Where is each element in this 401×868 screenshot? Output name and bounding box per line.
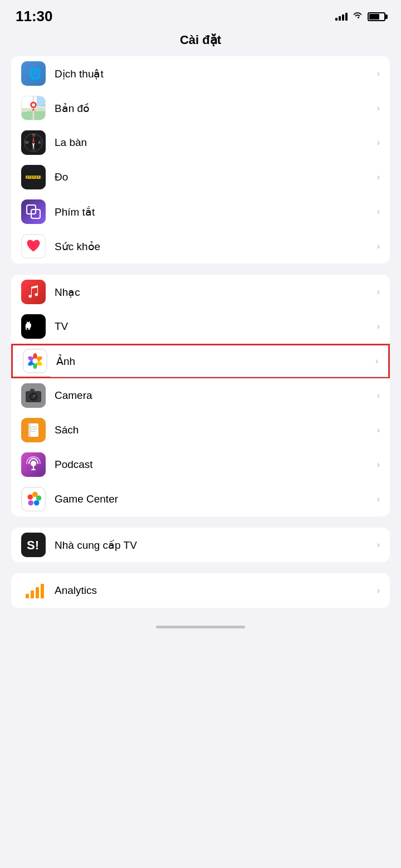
row-label-la-ban: La bàn (55, 136, 377, 149)
app-icon-anh (23, 349, 47, 373)
svg-point-40 (32, 358, 38, 364)
status-time: 11:30 (16, 8, 53, 25)
svg-point-59 (28, 494, 33, 500)
svg-rect-46 (30, 389, 35, 392)
row-label-camera: Camera (55, 389, 377, 402)
nav-title: Cài đặt (0, 30, 401, 56)
row-label-ban-do: Bản đồ (55, 102, 377, 115)
svg-rect-30 (21, 280, 46, 304)
settings-group-3: S! Nhà cung cấp TV › (11, 528, 390, 562)
battery-icon (368, 12, 385, 21)
svg-point-7 (32, 103, 35, 106)
app-icon-nha-cung-cap: S! (21, 533, 46, 557)
svg-point-61 (36, 495, 42, 501)
row-label-podcast: Podcast (55, 459, 377, 471)
chevron-icon-la-ban: › (377, 138, 380, 148)
chevron-icon-nha-cung-cap: › (377, 540, 380, 550)
svg-rect-58 (22, 487, 45, 511)
chevron-icon-phim-tat: › (377, 207, 380, 217)
app-icon-la-ban: N S W E (21, 130, 46, 155)
chevron-icon-anh: › (375, 356, 378, 366)
chevron-icon-sach: › (377, 425, 380, 435)
app-icon-analytics (21, 578, 46, 603)
list-item-ban-do[interactable]: Bản đồ › (11, 91, 390, 125)
list-item-sach[interactable]: Sách › (11, 413, 390, 447)
chevron-icon-dich-thuat: › (377, 69, 380, 79)
chevron-icon-game-center: › (377, 494, 380, 504)
svg-rect-67 (31, 591, 34, 598)
chevron-icon-suc-khoe: › (377, 241, 380, 251)
row-label-dich-thuat: Dịch thuật (55, 67, 377, 80)
svg-text:S!: S! (27, 538, 39, 552)
settings-group-1: 🌐 Dịch thuật › Bản đồ (11, 56, 390, 264)
page-title: Cài đặt (180, 33, 221, 47)
app-icon-ban-do (21, 96, 46, 120)
row-label-suc-khoe: Sức khỏe (55, 240, 377, 253)
list-item-camera[interactable]: Camera › (11, 378, 390, 413)
chevron-icon-nhac: › (377, 287, 380, 297)
svg-rect-18 (26, 175, 41, 179)
app-icon-phim-tat (21, 199, 46, 224)
app-icon-tv: tv (21, 314, 46, 339)
wifi-icon (352, 11, 363, 22)
list-item-nha-cung-cap[interactable]: S! Nhà cung cấp TV › (11, 528, 390, 562)
svg-rect-8 (37, 96, 45, 106)
svg-rect-66 (26, 594, 29, 598)
chevron-icon-camera: › (377, 391, 380, 401)
row-label-nha-cung-cap: Nhà cung cấp TV (55, 539, 377, 552)
chevron-icon-do: › (377, 172, 380, 182)
row-label-nhac: Nhạc (55, 286, 377, 299)
svg-rect-69 (41, 584, 44, 598)
svg-point-62 (34, 500, 40, 506)
app-icon-camera (21, 383, 46, 408)
home-bar (156, 626, 245, 628)
svg-point-47 (34, 395, 36, 397)
app-icon-podcast (21, 452, 46, 477)
row-label-sach: Sách (55, 424, 377, 436)
row-label-game-center: Game Center (55, 493, 377, 505)
home-indicator (0, 619, 401, 633)
app-icon-sach (21, 418, 46, 442)
app-icon-game-center (21, 487, 46, 511)
row-label-tv: TV (55, 320, 377, 333)
app-icon-dich-thuat: 🌐 (21, 61, 46, 86)
list-item-phim-tat[interactable]: Phím tắt › (11, 194, 390, 229)
app-icon-do (21, 165, 46, 189)
list-item-analytics[interactable]: Analytics › (11, 573, 390, 608)
svg-text:E: E (38, 140, 41, 144)
svg-point-55 (31, 461, 36, 466)
row-label-anh: Ảnh (56, 355, 375, 368)
row-label-phim-tat: Phím tắt (55, 206, 377, 218)
svg-point-63 (28, 500, 33, 506)
list-item-podcast[interactable]: Podcast › (11, 447, 390, 482)
row-label-analytics: Analytics (55, 584, 377, 597)
settings-group-4: Analytics › (11, 573, 390, 608)
list-item-la-ban[interactable]: N S W E La bàn › (11, 125, 390, 160)
list-item-game-center[interactable]: Game Center › (11, 482, 390, 516)
svg-text:N: N (32, 133, 35, 137)
list-item-tv[interactable]: tv TV › (11, 309, 390, 344)
list-item-do[interactable]: Đo › (11, 160, 390, 194)
status-bar: 11:30 (0, 0, 401, 30)
chevron-icon-ban-do: › (377, 103, 380, 113)
list-item-nhac[interactable]: Nhạc › (11, 275, 390, 309)
app-icon-nhac (21, 280, 46, 304)
row-label-do: Đo (55, 171, 377, 183)
status-icons (335, 11, 385, 22)
list-item-anh[interactable]: Ảnh › (11, 344, 390, 378)
svg-rect-26 (21, 199, 46, 224)
svg-text:W: W (25, 140, 29, 144)
svg-rect-50 (28, 423, 31, 437)
signal-bars-icon (335, 13, 348, 21)
chevron-icon-podcast: › (377, 460, 380, 470)
list-item-suc-khoe[interactable]: Sức khỏe › (11, 229, 390, 264)
chevron-icon-tv: › (377, 321, 380, 331)
settings-group-2: Nhạc › tv TV › (11, 275, 390, 516)
chevron-icon-analytics: › (377, 586, 380, 596)
svg-rect-68 (36, 587, 39, 598)
app-icon-suc-khoe (21, 234, 46, 259)
list-item-dich-thuat[interactable]: 🌐 Dịch thuật › (11, 56, 390, 91)
svg-text:🌐: 🌐 (28, 67, 41, 80)
svg-rect-57 (31, 469, 36, 470)
